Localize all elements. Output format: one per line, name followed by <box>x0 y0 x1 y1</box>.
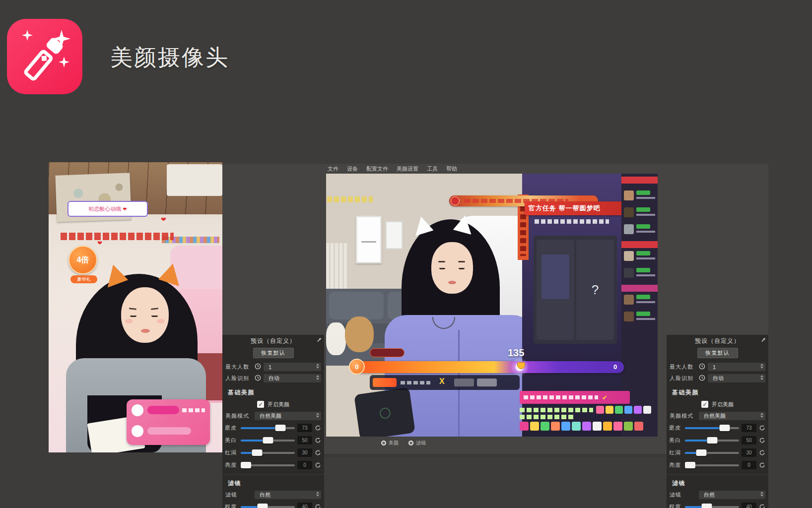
slider-track[interactable] <box>685 452 739 454</box>
slider-handle[interactable] <box>257 504 268 508</box>
field-value: 自动 <box>713 375 724 382</box>
closed-eye <box>151 316 158 317</box>
pk-progress-bar: 0 <box>353 361 624 373</box>
chat-avatar <box>624 207 634 217</box>
mode-value: 自然 <box>260 491 271 499</box>
field-value-input[interactable]: 1 <box>264 363 321 371</box>
chat-text-line <box>636 197 655 199</box>
mode-select[interactable]: 自然美颜 <box>255 412 321 420</box>
spinner-arrows[interactable] <box>760 364 763 369</box>
slider-track[interactable] <box>685 506 739 508</box>
slider-track[interactable] <box>241 464 295 466</box>
spinner-arrows[interactable] <box>316 413 319 418</box>
spinner-arrows[interactable] <box>760 413 763 418</box>
streamer-face <box>121 287 169 343</box>
emote-tile <box>596 406 604 414</box>
menu-item-0[interactable]: 文件 <box>328 165 338 173</box>
enable-beauty-row: ✓开启美颜 <box>667 398 768 410</box>
chat-badge <box>636 268 650 272</box>
restore-default-button[interactable]: 恢复默认 <box>697 348 738 358</box>
field-value-input[interactable]: 1 <box>708 363 765 371</box>
heart-icon: ❤ <box>161 216 166 223</box>
menu-item-2[interactable]: 配置文件 <box>366 165 388 173</box>
slider-handle[interactable] <box>719 425 730 431</box>
reset-slider-icon[interactable] <box>315 449 322 456</box>
mode-select[interactable]: 自然 <box>699 491 765 499</box>
slider-handle[interactable] <box>241 462 251 468</box>
reset-slider-icon[interactable] <box>315 437 322 444</box>
wall-patch <box>167 164 222 196</box>
mode-select[interactable]: 自然 <box>255 491 321 499</box>
footer-toggle-label: 滤镜 <box>416 440 426 446</box>
wall-poster-small <box>386 221 403 249</box>
mode-value: 自然美颜 <box>704 412 726 420</box>
check-icon[interactable]: ✓ <box>257 401 264 408</box>
field-label: 最大人数 <box>670 363 696 371</box>
slider-handle[interactable] <box>252 449 262 456</box>
slider-handle[interactable] <box>701 504 712 508</box>
reset-slider-icon[interactable] <box>759 462 766 469</box>
reset-slider-icon[interactable] <box>759 425 766 432</box>
footer-toggle-beauty[interactable]: 美颜 <box>381 440 399 446</box>
slider-track[interactable] <box>241 440 295 442</box>
slider-handle[interactable] <box>275 425 285 431</box>
check-icon[interactable]: ✓ <box>701 401 708 408</box>
menu-item-3[interactable]: 美颜设置 <box>397 165 418 173</box>
spinner-arrows[interactable] <box>760 492 763 497</box>
spinner-arrows[interactable] <box>316 492 319 497</box>
chat-badge <box>636 207 650 212</box>
app-icon-magic-wand[interactable] <box>7 19 82 94</box>
footer-toggle-filter[interactable]: 滤镜 <box>408 440 426 446</box>
emote-tile <box>561 422 570 431</box>
field-value-input[interactable]: 自动 <box>708 374 765 382</box>
menu-item-5[interactable]: 帮助 <box>446 165 457 173</box>
spinner-arrows[interactable] <box>760 375 763 380</box>
spinner-arrows[interactable] <box>316 364 319 369</box>
battle-pill-orange <box>373 378 397 387</box>
collapse-icon[interactable] <box>317 337 322 342</box>
chat-avatar <box>624 224 634 234</box>
field-row: 人脸识别自动 <box>222 373 324 384</box>
reset-slider-icon[interactable] <box>759 449 766 456</box>
gift-panel-overlay <box>127 399 210 445</box>
slider-track[interactable] <box>241 506 295 508</box>
slider-handle[interactable] <box>707 437 717 444</box>
pk-right-score: 0 <box>613 363 617 371</box>
slider-label: 亮度 <box>669 461 682 469</box>
restore-default-button[interactable]: 恢复默认 <box>253 348 294 358</box>
slider-track[interactable] <box>241 452 295 454</box>
reset-slider-icon[interactable] <box>315 425 322 432</box>
slider-track[interactable] <box>241 427 295 429</box>
slider-value: 50 <box>297 436 312 444</box>
mode-label: 美颜模式 <box>225 412 252 420</box>
slider-label: 程度 <box>225 503 238 508</box>
slider-track[interactable] <box>685 464 739 466</box>
reset-slider-icon[interactable] <box>759 437 766 444</box>
clock-icon <box>255 363 261 371</box>
chat-text-line <box>636 274 655 276</box>
menu-item-1[interactable]: 设备 <box>347 165 358 173</box>
chat-badge <box>636 224 650 229</box>
chat-badge <box>636 312 650 316</box>
reset-slider-icon[interactable] <box>315 462 322 469</box>
reset-slider-icon[interactable] <box>315 504 322 508</box>
collapse-icon[interactable] <box>761 337 766 342</box>
eye <box>439 268 445 269</box>
page-title: 美颜摄像头 <box>110 43 229 72</box>
slider-handle[interactable] <box>263 437 273 444</box>
mode-select[interactable]: 自然美颜 <box>699 412 765 420</box>
reset-slider-icon[interactable] <box>759 504 766 508</box>
gift-row-avatar <box>132 404 143 416</box>
spinner-arrows[interactable] <box>316 375 319 380</box>
pk-left-badge: 0 <box>349 359 365 375</box>
slider-track[interactable] <box>685 427 739 429</box>
banner-badge-icon <box>451 196 460 205</box>
slider-handle[interactable] <box>685 462 695 468</box>
slider-track[interactable] <box>685 440 739 442</box>
field-value-input[interactable]: 自动 <box>264 374 321 382</box>
menu-item-4[interactable]: 工具 <box>427 165 438 173</box>
slider-handle[interactable] <box>696 449 706 456</box>
checkbox-label: 开启美颜 <box>268 401 289 408</box>
chat-badge <box>636 190 650 195</box>
heart-icon: ❤ <box>97 240 102 247</box>
